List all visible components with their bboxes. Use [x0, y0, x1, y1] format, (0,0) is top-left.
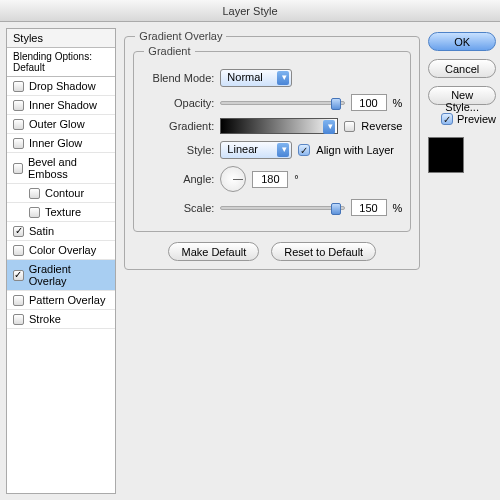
style-item-satin[interactable]: Satin — [7, 222, 115, 241]
style-item-pattern-overlay[interactable]: Pattern Overlay — [7, 291, 115, 310]
group-legend: Gradient Overlay — [135, 30, 226, 42]
style-list: Drop ShadowInner ShadowOuter GlowInner G… — [7, 77, 115, 329]
blend-mode-label: Blend Mode: — [142, 72, 214, 84]
preview-swatch — [428, 137, 464, 173]
style-checkbox[interactable] — [13, 138, 24, 149]
style-label: Inner Shadow — [29, 99, 97, 111]
style-item-color-overlay[interactable]: Color Overlay — [7, 241, 115, 260]
blend-mode-select[interactable]: Normal — [220, 69, 292, 87]
style-checkbox[interactable] — [29, 188, 40, 199]
angle-row: Angle: ° — [142, 166, 402, 192]
scale-thumb[interactable] — [331, 203, 341, 215]
style-select[interactable]: Linear — [220, 141, 292, 159]
preview-row: Preview — [428, 113, 496, 125]
scale-slider[interactable] — [220, 206, 344, 210]
style-select-wrap[interactable]: Linear — [220, 141, 292, 159]
style-checkbox[interactable] — [13, 245, 24, 256]
cancel-button[interactable]: Cancel — [428, 59, 496, 78]
gradient-subgroup: Gradient Blend Mode: Normal Opacity: % — [133, 51, 411, 232]
style-label: Outer Glow — [29, 118, 85, 130]
blend-mode-row: Blend Mode: Normal — [142, 69, 402, 87]
gradient-row: Gradient: Reverse — [142, 118, 402, 134]
blend-mode-select-wrap[interactable]: Normal — [220, 69, 292, 87]
ok-button[interactable]: OK — [428, 32, 496, 51]
dialog-body: Styles Blending Options: Default Drop Sh… — [0, 22, 500, 500]
scale-input[interactable] — [351, 199, 387, 216]
opacity-slider[interactable] — [220, 101, 344, 105]
style-item-outer-glow[interactable]: Outer Glow — [7, 115, 115, 134]
opacity-thumb[interactable] — [331, 98, 341, 110]
opacity-label: Opacity: — [142, 97, 214, 109]
angle-input[interactable] — [252, 171, 288, 188]
style-checkbox[interactable] — [13, 100, 24, 111]
titlebar: Layer Style — [0, 0, 500, 22]
style-checkbox[interactable] — [13, 270, 24, 281]
gradient-overlay-group: Gradient Overlay Gradient Blend Mode: No… — [124, 36, 420, 270]
styles-sidebar: Styles Blending Options: Default Drop Sh… — [6, 28, 116, 494]
scale-unit: % — [393, 202, 403, 214]
right-column: OK Cancel New Style... Preview — [428, 28, 500, 494]
style-item-texture[interactable]: Texture — [7, 203, 115, 222]
reverse-checkbox[interactable] — [344, 121, 355, 132]
style-item-contour[interactable]: Contour — [7, 184, 115, 203]
style-label: Bevel and Emboss — [28, 156, 109, 180]
align-label: Align with Layer — [316, 144, 394, 156]
gradient-label: Gradient: — [142, 120, 214, 132]
scale-label: Scale: — [142, 202, 214, 214]
scale-row: Scale: % — [142, 199, 402, 216]
reset-default-button[interactable]: Reset to Default — [271, 242, 376, 261]
style-item-inner-shadow[interactable]: Inner Shadow — [7, 96, 115, 115]
style-label: Pattern Overlay — [29, 294, 105, 306]
style-label: Inner Glow — [29, 137, 82, 149]
sidebar-header[interactable]: Styles — [7, 29, 115, 48]
make-default-button[interactable]: Make Default — [168, 242, 259, 261]
reverse-label: Reverse — [361, 120, 402, 132]
style-checkbox[interactable] — [13, 119, 24, 130]
gradient-preview[interactable] — [220, 118, 338, 134]
layer-style-dialog: Layer Style Styles Blending Options: Def… — [0, 0, 500, 500]
style-item-bevel-and-emboss[interactable]: Bevel and Emboss — [7, 153, 115, 184]
style-checkbox[interactable] — [13, 81, 24, 92]
style-item-stroke[interactable]: Stroke — [7, 310, 115, 329]
opacity-row: Opacity: % — [142, 94, 402, 111]
subgroup-legend: Gradient — [144, 45, 194, 57]
angle-wheel[interactable] — [220, 166, 246, 192]
settings-panel: Gradient Overlay Gradient Blend Mode: No… — [124, 28, 420, 494]
opacity-unit: % — [393, 97, 403, 109]
angle-label: Angle: — [142, 173, 214, 185]
style-label: Stroke — [29, 313, 61, 325]
style-checkbox[interactable] — [13, 295, 24, 306]
style-checkbox[interactable] — [13, 226, 24, 237]
style-item-drop-shadow[interactable]: Drop Shadow — [7, 77, 115, 96]
window-title: Layer Style — [222, 5, 277, 17]
style-label: Gradient Overlay — [29, 263, 110, 287]
opacity-input[interactable] — [351, 94, 387, 111]
style-item-gradient-overlay[interactable]: Gradient Overlay — [7, 260, 115, 291]
preview-checkbox[interactable] — [441, 113, 453, 125]
style-checkbox[interactable] — [29, 207, 40, 218]
style-row: Style: Linear Align with Layer — [142, 141, 402, 159]
align-checkbox[interactable] — [298, 144, 310, 156]
angle-unit: ° — [294, 173, 298, 185]
style-checkbox[interactable] — [13, 314, 24, 325]
style-item-inner-glow[interactable]: Inner Glow — [7, 134, 115, 153]
style-label: Satin — [29, 225, 54, 237]
new-style-button[interactable]: New Style... — [428, 86, 496, 105]
style-label: Style: — [142, 144, 214, 156]
style-label: Contour — [45, 187, 84, 199]
style-label: Color Overlay — [29, 244, 96, 256]
sidebar-subheader[interactable]: Blending Options: Default — [7, 48, 115, 77]
default-buttons-row: Make Default Reset to Default — [133, 242, 411, 261]
style-label: Texture — [45, 206, 81, 218]
gradient-picker-wrap[interactable] — [220, 118, 338, 134]
style-label: Drop Shadow — [29, 80, 96, 92]
preview-label: Preview — [457, 113, 496, 125]
style-checkbox[interactable] — [13, 163, 23, 174]
